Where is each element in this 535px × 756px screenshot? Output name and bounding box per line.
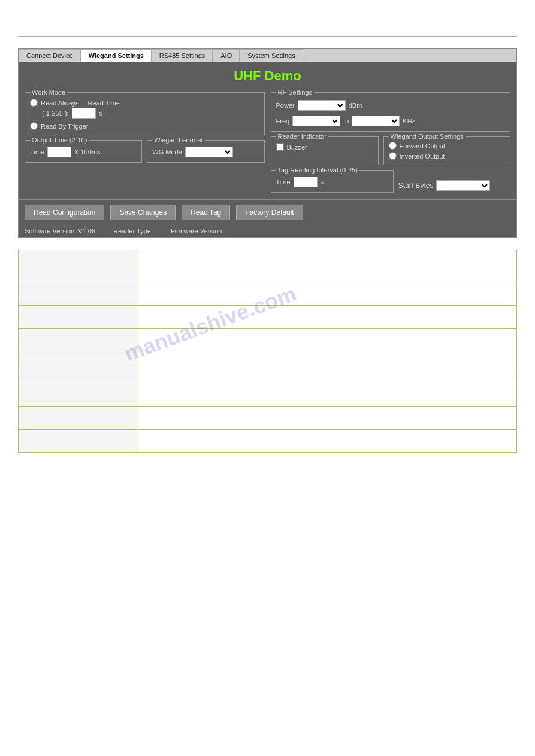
right-column: RF Settings Power dBm Freq to (271, 92, 511, 193)
start-bytes-select[interactable] (436, 180, 490, 191)
start-bytes-section: Start Bytes (398, 170, 510, 193)
buzzer-checkbox[interactable] (276, 143, 284, 151)
read-by-trigger-row: Read By Trigger (30, 122, 259, 130)
output-time-label: Time (30, 148, 44, 156)
output-time-input[interactable] (47, 147, 71, 157)
read-always-row: Read Always Read Time (30, 99, 259, 107)
table-row (19, 250, 517, 283)
wiegand-output-title: Wiegand Output Settings (389, 133, 466, 140)
read-time-label: Read Time (88, 99, 120, 107)
table-cell-right (138, 407, 517, 430)
tab-aio[interactable]: AIO (213, 49, 240, 62)
tag-interval-time-label: Time (276, 178, 291, 186)
bottom-right-row: Tag Reading Interval (0-25) Time s Start… (271, 170, 511, 193)
read-by-trigger-radio[interactable] (30, 122, 38, 130)
read-time-input[interactable] (72, 108, 96, 119)
output-time-row: Time X 100ms (30, 147, 137, 157)
table-cell-right (138, 351, 517, 374)
table-row (19, 306, 517, 329)
read-time-row: ( 1-255 ): s (42, 108, 259, 119)
wiegand-format-title: Wiegand Format (152, 136, 204, 144)
app-title: UHF Demo (234, 68, 301, 83)
table-cell-left (19, 329, 138, 351)
read-time-hint: ( 1-255 ): (42, 110, 69, 117)
start-bytes-label: Start Bytes (398, 181, 434, 190)
tab-wiegand[interactable]: Wiegand Settings (81, 49, 152, 62)
read-tag-button[interactable]: Read Tag (182, 205, 230, 220)
table-cell-left (19, 351, 138, 374)
freq-to-select[interactable] (352, 116, 400, 126)
freq-to: to (343, 117, 349, 125)
table-cell-left (19, 306, 138, 329)
read-always-radio[interactable] (30, 99, 38, 107)
table-cell-right (138, 374, 517, 407)
power-select[interactable] (298, 100, 346, 111)
buzzer-label: Buzzer (287, 144, 307, 151)
freq-row: Freq to KHz (276, 116, 506, 126)
start-bytes-row: Start Bytes (398, 180, 491, 191)
forward-output-radio[interactable] (389, 142, 397, 150)
table-cell-left (19, 430, 138, 453)
tag-interval-title: Tag Reading Interval (0-25) (276, 166, 359, 174)
wg-mode-label: WG Mode (152, 148, 182, 156)
table-cell-left (19, 407, 138, 430)
table-cell-left (19, 250, 138, 283)
wiegand-output-group: Wiegand Output Settings Forward Output I… (383, 136, 510, 165)
table-row (19, 374, 517, 407)
software-version: Software Version: V1.06 (25, 227, 95, 235)
tab-connect[interactable]: Connect Device (19, 49, 81, 62)
save-changes-button[interactable]: Save Changes (110, 205, 176, 220)
factory-default-button[interactable]: Factory Default (236, 205, 303, 220)
table-cell-right (138, 329, 517, 351)
bottom-left-row: Output Time (2-10) Time X 100ms Wiegand … (25, 140, 265, 163)
power-label: Power (276, 102, 295, 109)
table-cell-right (138, 283, 517, 306)
power-unit: dBm (349, 102, 362, 109)
data-table (18, 250, 517, 453)
rf-settings-title: RF Settings (276, 89, 314, 96)
forward-output-label: Forward Output (400, 142, 445, 150)
table-row (19, 407, 517, 430)
table-cell-right (138, 250, 517, 283)
table-cell-left (19, 374, 138, 407)
button-bar: Read Configuration Save Changes Read Tag… (19, 199, 516, 225)
freq-label: Freq (276, 117, 290, 125)
tag-interval-input[interactable] (294, 177, 318, 187)
main-panel: UHF Demo Work Mode Read Always Read Time… (19, 62, 516, 199)
tab-rs485[interactable]: RS485 Settings (152, 49, 213, 62)
read-always-label: Read Always (41, 99, 79, 107)
wg-format-row: WG Mode (152, 147, 259, 157)
read-by-trigger-label: Read By Trigger (41, 123, 88, 130)
table-row (19, 329, 517, 351)
tag-interval-group: Tag Reading Interval (0-25) Time s (271, 170, 394, 193)
tag-interval-unit: s (321, 178, 324, 186)
reader-indicator-group: Reader Indicator Buzzer (271, 136, 379, 165)
table-row (19, 351, 517, 374)
app-window: Connect Device Wiegand Settings RS485 Se… (18, 48, 517, 238)
buzzer-row: Buzzer (276, 143, 373, 151)
tab-bar: Connect Device Wiegand Settings RS485 Se… (19, 49, 516, 62)
table-row (19, 430, 517, 453)
left-column: Work Mode Read Always Read Time ( 1-255 … (25, 92, 265, 193)
read-time-unit: s (99, 110, 102, 117)
middle-right-row: Reader Indicator Buzzer Wiegand Output S… (271, 136, 511, 165)
title-row: UHF Demo (25, 68, 510, 84)
power-row: Power dBm (276, 100, 506, 111)
work-mode-title: Work Mode (30, 89, 67, 96)
freq-from-select[interactable] (292, 116, 340, 126)
work-mode-group: Work Mode Read Always Read Time ( 1-255 … (25, 92, 265, 135)
output-time-title: Output Time (2-10) (30, 136, 89, 144)
output-time-group: Output Time (2-10) Time X 100ms (25, 140, 142, 163)
inverted-output-row: Inverted Output (389, 152, 505, 160)
freq-unit: KHz (403, 117, 415, 125)
table-row (19, 283, 517, 306)
table-cell-right (138, 306, 517, 329)
tag-interval-row: Time s (276, 177, 388, 187)
inverted-output-radio[interactable] (389, 152, 397, 160)
status-bar: Software Version: V1.06 Reader Type: Fir… (19, 225, 516, 237)
content-grid: Work Mode Read Always Read Time ( 1-255 … (25, 92, 510, 193)
read-configuration-button[interactable]: Read Configuration (25, 205, 104, 220)
wg-mode-select[interactable] (185, 147, 233, 157)
tab-system[interactable]: System Settings (240, 49, 303, 62)
wiegand-format-group: Wiegand Format WG Mode (147, 140, 264, 163)
